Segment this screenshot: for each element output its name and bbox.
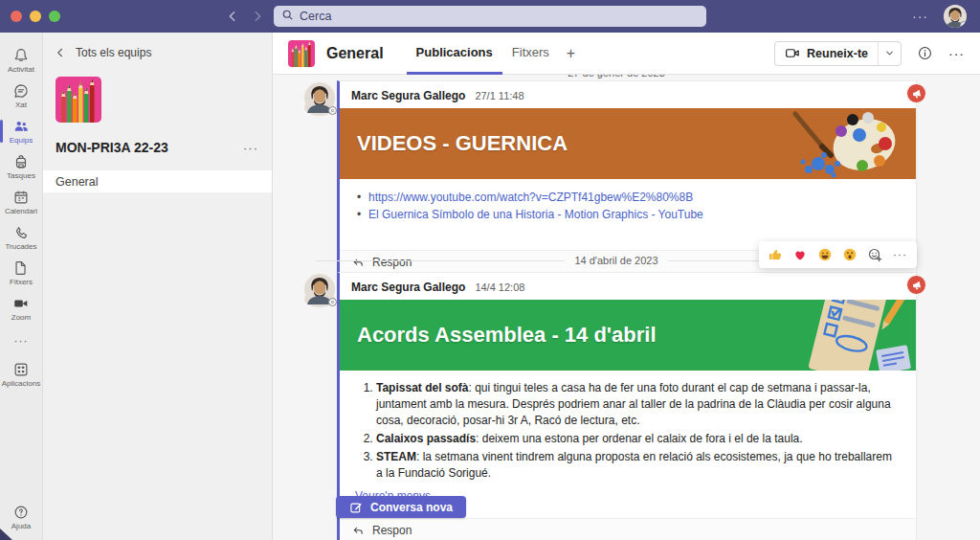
team-avatar-pencils[interactable]: [56, 77, 101, 123]
rail-label: Aplicacions: [2, 379, 40, 388]
rail-label: Tasques: [7, 171, 35, 180]
search-input[interactable]: Cerca: [274, 6, 706, 27]
phone-icon: [12, 224, 30, 241]
surprised-reaction[interactable]: [839, 244, 860, 265]
rail-item-tasques[interactable]: Tasques: [0, 148, 43, 184]
tab-fitxers[interactable]: Fitxers: [502, 33, 559, 75]
channel-title: General: [326, 45, 384, 62]
new-conversation-button[interactable]: Conversa nova: [336, 496, 466, 518]
announcement-banner-guernica: VIDEOS - GUERNICA: [340, 108, 916, 179]
reply-button[interactable]: Respon: [340, 518, 916, 540]
channel-more-icon[interactable]: ···: [948, 46, 965, 61]
add-tab-icon[interactable]: +: [559, 33, 583, 75]
message-author[interactable]: Marc Segura Gallego: [351, 89, 465, 102]
message-timestamp: 14/4 12:08: [475, 281, 524, 293]
rail-item-trucades[interactable]: Trucades: [0, 219, 43, 255]
assembly-agreements-list: Tapissat del sofà: qui tingui teles a ca…: [359, 380, 901, 482]
add-emoji-icon[interactable]: [864, 244, 885, 265]
rail-item-ajuda[interactable]: Ajuda: [0, 499, 43, 534]
channel-info-icon[interactable]: [917, 45, 933, 61]
checklist-clipboard-illustration: [749, 300, 912, 371]
back-label: Tots els equips: [76, 46, 151, 59]
rail-more-icon[interactable]: ···: [14, 329, 29, 352]
rail-label: Equips: [10, 136, 33, 145]
rail-item-xat[interactable]: Xat: [0, 78, 43, 113]
banner-title: Acords Assemblea - 14 d'abril: [340, 323, 657, 348]
chevron-left-icon: [55, 47, 66, 58]
paint-palette-illustration: [768, 108, 912, 179]
minimize-window-button[interactable]: [30, 11, 41, 22]
channel-tabs: Publicacions Fitxers +: [407, 33, 584, 75]
maximize-window-button[interactable]: [49, 11, 60, 22]
message-author[interactable]: Marc Segura Gallego: [351, 281, 465, 294]
back-to-all-teams[interactable]: Tots els equips: [55, 46, 272, 59]
rail-item-aplicacions[interactable]: Aplicacions: [0, 356, 43, 392]
main-area: General Publicacions Fitxers + Reuneix-t…: [273, 33, 980, 540]
bell-icon: [12, 47, 30, 64]
forward-icon[interactable]: [251, 10, 264, 23]
video-camera-icon: [12, 295, 30, 312]
list-item: Tapissat del sofà: qui tingui teles a ca…: [376, 380, 901, 429]
message-author-avatar[interactable]: [304, 82, 335, 113]
rail-item-fitxers[interactable]: Fitxers: [0, 255, 43, 290]
meet-options-button[interactable]: [878, 42, 901, 65]
rail-label: Activitat: [8, 65, 34, 74]
app-rail: Activitat Xat Equips Tasques Calendari T…: [0, 33, 43, 540]
announcement-megaphone-icon[interactable]: [906, 83, 926, 103]
channel-team-avatar: [288, 40, 315, 67]
announcement-megaphone-icon[interactable]: [906, 275, 926, 295]
channel-item-general[interactable]: General: [43, 170, 272, 192]
list-item: El Guernica Símbolo de una Historia - Mo…: [355, 206, 901, 223]
message-author-avatar[interactable]: [304, 274, 335, 304]
rail-label: Ajuda: [11, 522, 31, 530]
list-item: STEAM: la setmana vinent tindrem alguna …: [376, 449, 901, 482]
presence-badge: [328, 106, 337, 115]
apps-grid-icon: [12, 361, 30, 378]
rail-item-zoom[interactable]: Zoom: [0, 290, 43, 326]
file-icon: [12, 259, 30, 277]
rail-label: Xat: [15, 101, 27, 109]
tab-publicacions[interactable]: Publicacions: [407, 33, 502, 75]
list-item: https://www.youtube.com/watch?v=CZPTf41g…: [355, 189, 901, 206]
laughing-reaction[interactable]: [814, 244, 835, 265]
reply-arrow-icon: [351, 525, 365, 537]
rail-label: Calendari: [5, 207, 37, 215]
reaction-more-icon[interactable]: ···: [889, 248, 911, 261]
rail-item-calendari[interactable]: Calendari: [0, 184, 43, 219]
camera-icon: [785, 46, 800, 60]
new-conversation-label: Conversa nova: [370, 501, 453, 514]
chat-icon: [12, 82, 30, 100]
teams-people-icon: [12, 118, 30, 135]
message-timestamp: 27/1 11:48: [475, 90, 523, 101]
thumbs-up-reaction[interactable]: [765, 244, 786, 265]
meet-split-button: Reuneix-te: [774, 41, 902, 66]
window-controls: [11, 11, 60, 22]
youtube-title-link[interactable]: El Guernica Símbolo de una Historia - Mo…: [368, 208, 703, 221]
team-more-icon[interactable]: ···: [243, 141, 258, 155]
search-icon: [281, 8, 294, 25]
close-window-button[interactable]: [11, 11, 22, 22]
banner-title: VIDEOS - GUERNICA: [340, 131, 568, 156]
team-name: MON-PRI3A 22-23: [56, 140, 168, 155]
presence-badge: [960, 21, 967, 28]
profile-avatar[interactable]: [944, 5, 967, 28]
rail-item-activitat[interactable]: Activitat: [0, 42, 43, 78]
compose-icon: [349, 501, 363, 514]
rail-label: Zoom: [11, 313, 31, 322]
meet-label: Reuneix-te: [807, 47, 868, 60]
list-item: Calaixos passadís: deixem una estona per…: [376, 431, 901, 447]
backpack-icon: [12, 153, 30, 170]
date-divider-top: 27 de gener de 2023: [316, 75, 917, 79]
titlebar-more-icon[interactable]: ···: [912, 9, 928, 24]
titlebar: Cerca ···: [0, 0, 980, 33]
help-icon: [12, 504, 30, 521]
heart-reaction[interactable]: [790, 244, 811, 265]
youtube-url-link[interactable]: https://www.youtube.com/watch?v=CZPTf41g…: [368, 191, 693, 204]
reaction-bar: ···: [759, 241, 917, 268]
message-link-list: https://www.youtube.com/watch?v=CZPTf41g…: [355, 189, 901, 223]
meet-button[interactable]: Reuneix-te: [775, 42, 878, 65]
back-icon[interactable]: [226, 10, 239, 23]
search-placeholder: Cerca: [300, 10, 331, 23]
rail-item-equips[interactable]: Equips: [0, 113, 43, 148]
announcement-banner-assemblea: Acords Assemblea - 14 d'abril: [340, 300, 916, 371]
